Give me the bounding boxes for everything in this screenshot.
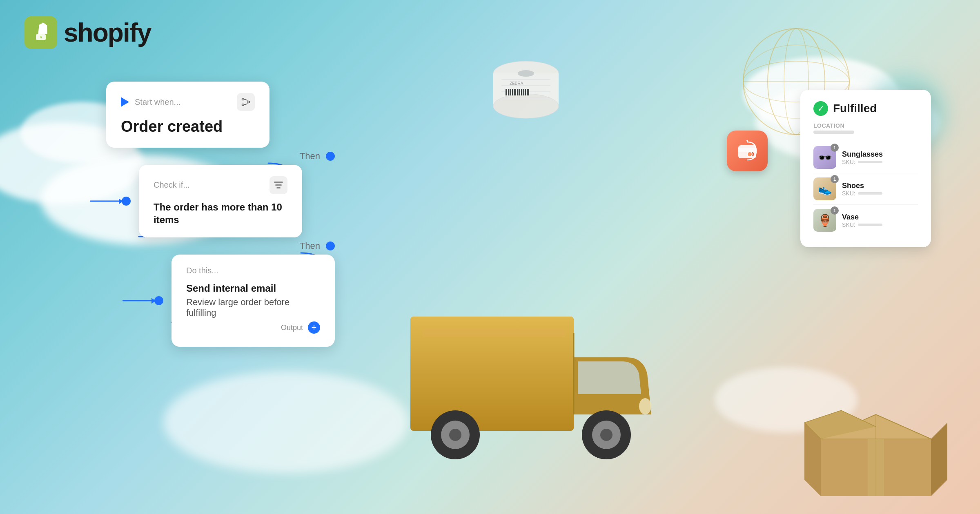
svg-rect-33: [738, 148, 756, 152]
svg-rect-46: [423, 329, 566, 337]
quantity-badge-2: 1: [831, 175, 839, 183]
card2-header-left: Check if...: [154, 180, 190, 190]
left-arrow-line-3: [122, 300, 155, 301]
sku-label-3: SKU:: [842, 222, 855, 228]
svg-point-12: [518, 70, 534, 77]
left-dot-2: [122, 197, 131, 206]
product-sku-2: SKU:: [842, 190, 918, 197]
svg-point-31: [248, 101, 250, 103]
svg-point-29: [242, 98, 244, 100]
card3-description: Review large order before fulfilling: [186, 297, 320, 318]
check-if-card: Check if... The order has more than 10 i…: [139, 165, 302, 237]
connector-dot-1: [326, 152, 335, 161]
check-if-card-wrapper: Check if... The order has more than 10 i…: [139, 165, 335, 237]
do-this-card-wrapper: Do this... Send internal email Review la…: [172, 255, 335, 347]
connector-dot-2: [326, 241, 335, 250]
app-icon-graphic: [735, 139, 760, 163]
svg-rect-20: [510, 89, 511, 95]
product-image-wrapper-2: 👟 1: [813, 177, 836, 200]
start-when-card: Start when... Order created: [106, 82, 270, 148]
svg-point-41: [449, 429, 461, 441]
play-icon: [121, 97, 129, 107]
do-this-card: Do this... Send internal email Review la…: [172, 255, 335, 347]
svg-rect-28: [527, 89, 529, 95]
flow-icon-button[interactable]: [237, 93, 255, 111]
svg-rect-25: [521, 89, 522, 95]
card3-label: Do this...: [186, 266, 218, 275]
shopify-logo: S shopify: [24, 16, 151, 49]
svg-rect-26: [523, 89, 524, 95]
filter-line-3: [276, 187, 281, 188]
svg-rect-50: [868, 439, 884, 496]
filter-icon: [274, 182, 283, 188]
then-connector-1: Then: [106, 148, 335, 165]
cardboard-box: [804, 374, 947, 506]
location-value-bar: [813, 131, 854, 134]
product-sku-1: SKU:: [842, 159, 918, 165]
delivery-truck: [390, 276, 676, 481]
product-item-sunglasses: 🕶️ 1 Sunglasses SKU:: [813, 142, 918, 173]
left-dot-3: [154, 296, 163, 305]
card3-header: Do this...: [186, 266, 320, 275]
svg-point-44: [600, 429, 612, 441]
workflow-container: Start when... Order created Then: [106, 82, 335, 347]
sku-label-2: SKU:: [842, 190, 855, 197]
card1-label: Start when...: [135, 97, 180, 107]
product-name-2: Shoes: [842, 182, 918, 190]
brand-name: shopify: [64, 18, 151, 48]
label-tape-roll: ZEBRA: [481, 41, 571, 124]
svg-rect-23: [517, 89, 518, 95]
then-label-2: Then: [300, 241, 320, 251]
fulfilled-header: ✓ Fulfilled: [813, 101, 918, 116]
svg-rect-22: [514, 89, 516, 95]
svg-text:S: S: [40, 35, 42, 39]
sku-value-bar-3: [858, 224, 882, 226]
svg-point-47: [639, 398, 651, 414]
sku-label-1: SKU:: [842, 159, 855, 165]
product-image-wrapper-1: 🕶️ 1: [813, 146, 836, 169]
svg-point-30: [242, 104, 244, 106]
product-info-1: Sunglasses SKU:: [842, 150, 918, 165]
svg-point-35: [747, 152, 752, 157]
product-info-2: Shoes SKU:: [842, 182, 918, 197]
left-arrow-line-2: [90, 200, 122, 202]
filter-icon-button[interactable]: [270, 176, 287, 194]
product-name-3: Vase: [842, 213, 918, 222]
product-sku-3: SKU:: [842, 222, 918, 228]
app-icon: [727, 131, 768, 171]
card1-title: Order created: [121, 117, 255, 136]
svg-text:ZEBRA: ZEBRA: [510, 81, 523, 86]
product-info-3: Vase SKU:: [842, 213, 918, 228]
flow-icon: [241, 97, 251, 107]
output-label: Output: [281, 323, 303, 332]
sku-value-bar-1: [858, 161, 882, 163]
product-image-wrapper-3: 🏺 1: [813, 209, 836, 232]
quantity-badge-1: 1: [831, 144, 839, 152]
quantity-badge-3: 1: [831, 206, 839, 215]
output-row: Output +: [186, 318, 320, 335]
fulfilled-card: ✓ Fulfilled LOCATION 🕶️ 1 Sunglasses SKU…: [800, 90, 931, 247]
then-connector-2: Then: [139, 237, 335, 255]
svg-point-11: [493, 94, 559, 118]
card2-label: Check if...: [154, 180, 190, 190]
check-circle-icon: ✓: [813, 101, 828, 116]
svg-rect-18: [506, 89, 507, 95]
card2-title: The order has more than 10 items: [154, 201, 287, 226]
card3-title: Send internal email: [186, 282, 320, 295]
fulfilled-status: Fulfilled: [833, 102, 877, 115]
output-add-button[interactable]: +: [308, 321, 320, 334]
product-name-1: Sunglasses: [842, 150, 918, 159]
sku-value-bar-2: [858, 192, 882, 195]
filter-line-1: [274, 182, 283, 183]
filter-line-2: [275, 184, 282, 186]
product-item-vase: 🏺 1 Vase SKU:: [813, 205, 918, 236]
location-label: LOCATION: [813, 122, 918, 129]
svg-rect-24: [519, 89, 520, 95]
svg-rect-21: [512, 89, 513, 95]
product-item-shoes: 👟 1 Shoes SKU:: [813, 173, 918, 205]
card1-header-left: Start when...: [121, 97, 180, 107]
then-label-1: Then: [300, 151, 320, 162]
card2-header: Check if...: [154, 176, 287, 194]
card1-header: Start when...: [121, 93, 255, 111]
shopify-bag-icon: S: [24, 16, 57, 49]
